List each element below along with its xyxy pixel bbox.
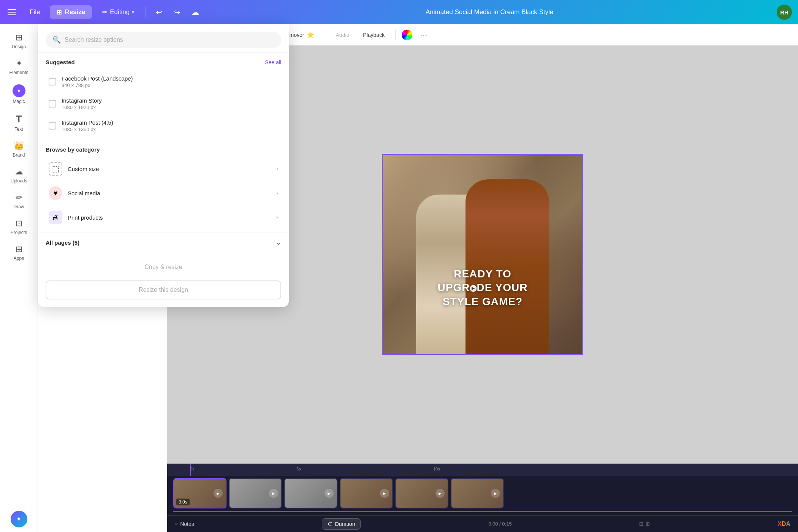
sidebar-item-brand[interactable]: 👑 Brand xyxy=(3,137,35,162)
xda-watermark: X D A xyxy=(777,521,790,527)
sidebar-item-design[interactable]: ⊞ Design xyxy=(3,29,35,53)
notes-icon: ≡ xyxy=(175,521,178,527)
print-products-label: Print products xyxy=(68,214,103,221)
sidebar-item-text[interactable]: T Text xyxy=(3,109,35,136)
audio-button[interactable]: Audio xyxy=(331,30,354,40)
sidebar-item-draw[interactable]: ✏ Draw xyxy=(3,189,35,213)
chevron-down-icon: ▾ xyxy=(132,10,134,15)
notes-label: Notes xyxy=(180,521,194,527)
timeline-area: 0s 5s 10s 3.0s ▶ ▶ ▶ xyxy=(167,464,798,532)
instagram-story-checkbox[interactable] xyxy=(49,100,56,108)
resize-option-instagram-post[interactable]: Instagram Post (4:5) 1080 × 1350 px xyxy=(46,115,281,137)
sidebar-item-projects[interactable]: ⊡ Projects xyxy=(3,215,35,239)
canvas-main-text: READY TOUPGR▶DE YOURSTYLE GAME? xyxy=(403,267,562,309)
toolbar-divider-5 xyxy=(395,30,396,40)
browse-print-products[interactable]: 🖨 Print products › xyxy=(46,205,281,230)
resize-option-instagram-story[interactable]: Instagram Story 1080 × 1920 px xyxy=(46,93,281,115)
sidebar-label-projects: Projects xyxy=(11,230,27,235)
track-5-play[interactable]: ▶ xyxy=(435,489,445,498)
sidebar-item-elements[interactable]: ✦ Elements xyxy=(3,55,35,79)
suggested-title: Suggested xyxy=(46,59,75,65)
sidebar-label-text: Text xyxy=(14,127,23,132)
facebook-option-name: Facebook Post (Landscape) xyxy=(62,75,133,82)
resize-design-button[interactable]: Resize this design xyxy=(46,280,281,299)
avatar[interactable]: RH xyxy=(777,5,792,20)
instagram-post-name: Instagram Post (4:5) xyxy=(62,119,113,126)
sidebar-item-uploads[interactable]: ☁ Uploads xyxy=(3,163,35,187)
track-6-play[interactable]: ▶ xyxy=(491,489,500,498)
editing-label: Editing xyxy=(110,8,130,16)
uploads-icon: ☁ xyxy=(15,167,23,177)
browse-section: Browse by category ⬚ Custom size › ♥ Soc… xyxy=(38,140,289,233)
document-title: Animated Social Media in Cream Black Sty… xyxy=(207,8,772,16)
magic-studio-icon: ✦ xyxy=(16,515,22,523)
canvas-people xyxy=(383,155,582,354)
timeline-track-2[interactable]: ▶ xyxy=(229,478,282,508)
print-products-icon: 🖨 xyxy=(49,211,62,224)
timeline-marker-10: 10s xyxy=(433,467,440,471)
resize-bottom-icon: ⊟ xyxy=(639,521,643,527)
resize-icon-bottom[interactable]: ⊟ ⊞ xyxy=(639,521,650,527)
notes-button[interactable]: ≡ Notes xyxy=(175,521,194,527)
duration-label: Duration xyxy=(335,521,355,527)
timeline-track-4[interactable]: ▶ xyxy=(340,478,393,508)
timeline-track-1[interactable]: 3.0s ▶ xyxy=(173,478,226,508)
search-input[interactable] xyxy=(65,36,274,43)
resize-icon: ⊞ xyxy=(57,9,62,16)
suggested-header: Suggested See all xyxy=(46,59,281,65)
resize-label: Resize xyxy=(65,8,85,16)
sidebar-label-apps: Apps xyxy=(14,256,24,261)
magic-studio-button[interactable]: ✦ xyxy=(11,511,27,527)
timeline-track-6[interactable]: ▶ xyxy=(451,478,504,508)
draw-icon: ✏ xyxy=(16,193,22,203)
elements-icon: ✦ xyxy=(16,59,22,68)
all-pages-row[interactable]: All pages (5) ⌄ xyxy=(38,233,289,252)
sidebar-item-apps[interactable]: ⊞ Apps xyxy=(3,241,35,265)
apps-icon: ⊞ xyxy=(16,244,22,254)
main-layout: ⊞ Design ✦ Elements ✦ Magic T Text 👑 Bra… xyxy=(0,24,798,532)
magic-icon: ✦ xyxy=(13,84,25,97)
timeline-track-5[interactable]: ▶ xyxy=(395,478,448,508)
design-canvas[interactable]: READY TOUPGR▶DE YOURSTYLE GAME? xyxy=(382,154,583,355)
social-media-chevron: › xyxy=(276,190,278,196)
editing-button[interactable]: ✏ Editing ▾ xyxy=(97,6,139,19)
suggested-section: Suggested See all Facebook Post (Landsca… xyxy=(38,53,289,140)
left-sidebar: ⊞ Design ✦ Elements ✦ Magic T Text 👑 Bra… xyxy=(0,24,38,532)
custom-size-icon: ⬚ xyxy=(49,162,62,176)
file-button[interactable]: File xyxy=(24,6,45,18)
track-1-play[interactable]: ▶ xyxy=(214,489,223,498)
copy-resize-button[interactable]: Copy & resize xyxy=(46,258,281,276)
timeline-track-3[interactable]: ▶ xyxy=(284,478,337,508)
see-all-button[interactable]: See all xyxy=(265,59,281,65)
canvas-text-overlay: READY TOUPGR▶DE YOURSTYLE GAME? xyxy=(403,267,562,309)
save-button[interactable]: ☁ xyxy=(188,5,202,19)
sidebar-item-magic[interactable]: ✦ Magic xyxy=(3,81,35,108)
instagram-story-name: Instagram Story xyxy=(62,97,102,104)
facebook-checkbox[interactable] xyxy=(49,78,56,86)
track-3-play[interactable]: ▶ xyxy=(325,489,334,498)
duration-button[interactable]: ⏱ Duration xyxy=(322,518,361,530)
track-2-play[interactable]: ▶ xyxy=(269,489,278,498)
browse-social-media[interactable]: ♥ Social media › xyxy=(46,181,281,205)
custom-size-chevron: › xyxy=(276,165,278,172)
resize-option-facebook[interactable]: Facebook Post (Landscape) 940 × 788 px xyxy=(46,71,281,93)
xda-a: A xyxy=(786,521,790,527)
social-media-icon: ♥ xyxy=(49,186,62,200)
sidebar-label-elements: Elements xyxy=(9,70,28,75)
timeline-tracks: 3.0s ▶ ▶ ▶ ▶ ▶ xyxy=(167,476,798,511)
redo-button[interactable]: ↪ xyxy=(170,5,184,19)
social-media-label: Social media xyxy=(68,190,100,196)
more-options-button[interactable]: ⋯ xyxy=(417,29,431,41)
color-wheel[interactable] xyxy=(402,30,412,40)
track-4-play[interactable]: ▶ xyxy=(380,489,389,498)
undo-button[interactable]: ↩ xyxy=(152,5,166,19)
crown-icon: ⭐ xyxy=(307,31,314,38)
resize-button[interactable]: ⊞ Resize xyxy=(50,5,92,19)
hamburger-button[interactable] xyxy=(6,5,20,19)
timeline-progress-bar[interactable] xyxy=(173,511,792,512)
all-pages-chevron: ⌄ xyxy=(276,238,281,247)
browse-title: Browse by category xyxy=(46,146,281,153)
instagram-post-checkbox[interactable] xyxy=(49,122,56,130)
playback-button[interactable]: Playback xyxy=(358,30,389,40)
browse-custom-size[interactable]: ⬚ Custom size › xyxy=(46,157,281,181)
